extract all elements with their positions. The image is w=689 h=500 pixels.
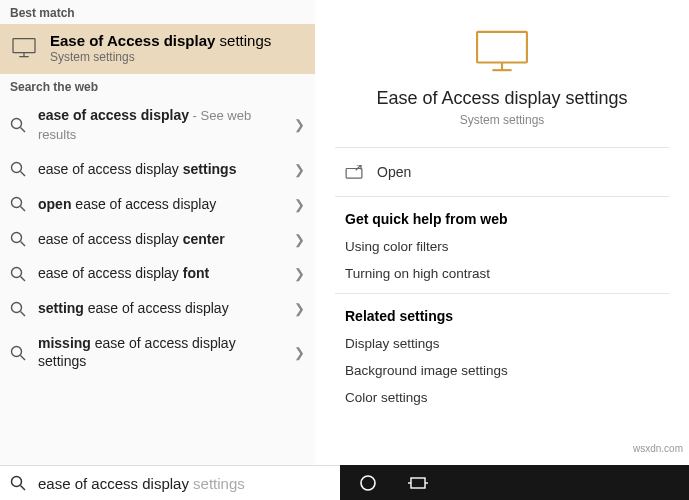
web-result-text: ease of access display - See web results [38, 106, 278, 144]
web-result[interactable]: ease of access display - See web results… [0, 98, 315, 152]
related-link[interactable]: Background image settings [345, 363, 659, 378]
monitor-icon [473, 28, 531, 74]
svg-rect-0 [13, 39, 35, 53]
web-result-text: open ease of access display [38, 195, 278, 214]
monitor-icon [10, 37, 38, 59]
quick-help-link[interactable]: Turning on high contrast [345, 266, 659, 281]
svg-point-5 [12, 163, 22, 173]
preview-title: Ease of Access display settings [376, 88, 627, 109]
search-icon [10, 301, 26, 317]
search-icon [10, 266, 26, 282]
web-results-list: ease of access display - See web results… [0, 98, 315, 379]
svg-point-3 [12, 118, 22, 128]
web-result-text: ease of access display settings [38, 160, 278, 179]
related-link[interactable]: Color settings [345, 390, 659, 405]
watermark: wsxdn.com [633, 443, 683, 454]
chevron-right-icon: ❯ [294, 232, 305, 247]
web-result-text: setting ease of access display [38, 299, 278, 318]
svg-rect-20 [346, 169, 362, 179]
svg-point-23 [361, 476, 375, 490]
search-web-label: Search the web [0, 74, 315, 98]
web-result[interactable]: missing ease of access display settings … [0, 326, 315, 379]
svg-line-12 [21, 276, 26, 281]
open-label: Open [377, 164, 411, 180]
svg-line-8 [21, 207, 26, 212]
search-icon [10, 345, 26, 361]
search-text: ease of access display settings [38, 475, 245, 492]
svg-point-15 [12, 346, 22, 356]
svg-line-6 [21, 172, 26, 177]
preview-subtitle: System settings [460, 113, 545, 127]
svg-line-4 [21, 127, 26, 132]
related-heading: Related settings [345, 308, 659, 324]
search-input[interactable]: ease of access display settings [0, 465, 340, 500]
quick-help-link[interactable]: Using color filters [345, 239, 659, 254]
search-icon [10, 231, 26, 247]
svg-line-10 [21, 242, 26, 247]
svg-line-22 [21, 486, 26, 491]
web-result[interactable]: ease of access display settings ❯ [0, 152, 315, 187]
taskbar-region: ease of access display settings [0, 465, 689, 500]
web-result[interactable]: ease of access display font ❯ [0, 256, 315, 291]
svg-point-9 [12, 233, 22, 243]
preview-panel: Ease of Access display settings System s… [315, 0, 689, 465]
quick-help-heading: Get quick help from web [345, 211, 659, 227]
chevron-right-icon: ❯ [294, 266, 305, 281]
svg-point-21 [12, 477, 22, 487]
svg-point-13 [12, 302, 22, 312]
chevron-right-icon: ❯ [294, 345, 305, 360]
search-icon [10, 475, 26, 491]
chevron-right-icon: ❯ [294, 117, 305, 132]
search-icon [10, 117, 26, 133]
web-result[interactable]: setting ease of access display ❯ [0, 291, 315, 326]
search-icon [10, 161, 26, 177]
svg-point-7 [12, 198, 22, 208]
chevron-right-icon: ❯ [294, 301, 305, 316]
best-match-title: Ease of Access display settings [50, 32, 271, 49]
best-match-label: Best match [0, 0, 315, 24]
web-result[interactable]: ease of access display center ❯ [0, 222, 315, 257]
cortana-button[interactable] [348, 465, 388, 500]
open-action[interactable]: Open [315, 148, 689, 196]
best-match-result[interactable]: Ease of Access display settings System s… [0, 24, 315, 74]
svg-point-11 [12, 267, 22, 277]
related-link[interactable]: Display settings [345, 336, 659, 351]
svg-line-16 [21, 355, 26, 360]
web-result-text: missing ease of access display settings [38, 334, 278, 371]
svg-rect-24 [411, 478, 425, 488]
chevron-right-icon: ❯ [294, 197, 305, 212]
open-icon [345, 165, 363, 179]
search-results-panel: Best match Ease of Access display settin… [0, 0, 315, 465]
search-icon [10, 196, 26, 212]
chevron-right-icon: ❯ [294, 162, 305, 177]
best-match-subtitle: System settings [50, 50, 271, 64]
svg-line-14 [21, 311, 26, 316]
web-result[interactable]: open ease of access display ❯ [0, 187, 315, 222]
web-result-text: ease of access display center [38, 230, 278, 249]
web-result-text: ease of access display font [38, 264, 278, 283]
svg-rect-17 [477, 32, 527, 63]
task-view-button[interactable] [398, 465, 438, 500]
